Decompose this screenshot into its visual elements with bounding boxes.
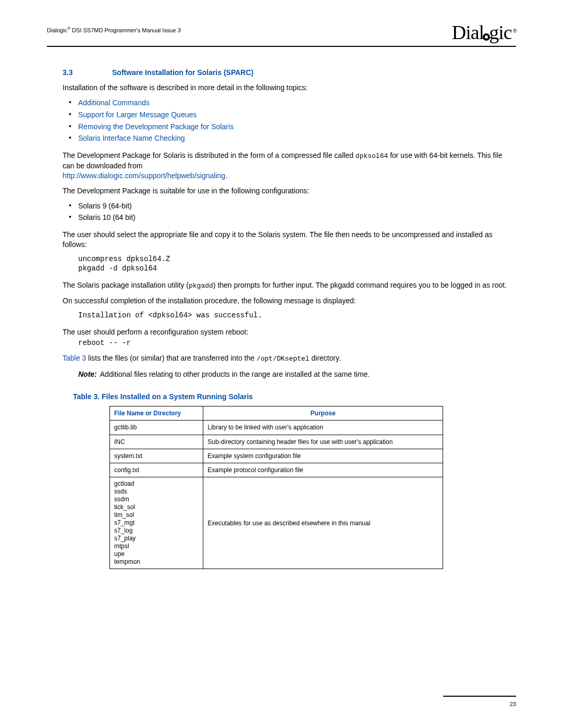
- page-number: 23: [510, 701, 516, 707]
- section-heading: 3.3 Software Installation for Solaris (S…: [63, 68, 511, 78]
- install-code: uncompress dpksol64.Z pkgadd -d dpksol64: [78, 255, 511, 273]
- topic-item: Solaris Interface Name Checking: [63, 133, 511, 143]
- topic-link[interactable]: Additional Commands: [78, 98, 150, 107]
- topics-list: Additional Commands Support for Larger M…: [63, 98, 511, 144]
- table-row: system.txt Example system configuration …: [110, 449, 443, 463]
- text: .: [225, 171, 227, 180]
- success-code: Installation of <dpksol64> was successfu…: [78, 311, 511, 320]
- file-name-cell: config.txt: [110, 463, 203, 477]
- text: directory.: [309, 354, 340, 362]
- section-number: 3.3: [63, 68, 83, 78]
- path: /opt/DKseptel: [256, 355, 309, 363]
- page: Dialogic® DSI SS7MD Programmer's Manual …: [0, 0, 563, 728]
- file-name-cell: gctload ssds ssdm tick_sol tim_sol s7_mg…: [110, 477, 203, 569]
- table-row: gctload ssds ssdm tick_sol tim_sol s7_mg…: [110, 477, 443, 569]
- file-name-cell: gctlib.lib: [110, 421, 203, 435]
- content: 3.3 Software Installation for Solaris (S…: [47, 47, 516, 569]
- download-link[interactable]: http://www.dialogic.com/support/helpweb/…: [63, 171, 225, 180]
- topic-item: Additional Commands: [63, 98, 511, 108]
- topic-item: Support for Larger Message Queues: [63, 110, 511, 120]
- purpose-cell: Library to be linked with user's applica…: [203, 421, 443, 435]
- table-ref-paragraph: Table 3 lists the files (or similar) tha…: [63, 353, 511, 364]
- topic-link[interactable]: Support for Larger Message Queues: [78, 110, 197, 119]
- doc-title-line: Dialogic® DSI SS7MD Programmer's Manual …: [47, 21, 181, 33]
- purpose-cell: Example system configuration file: [203, 449, 443, 463]
- success-paragraph: On successful completion of the installa…: [63, 296, 511, 306]
- select-paragraph: The user should select the appropriate f…: [63, 230, 511, 250]
- purpose-cell: Executables for use as described elsewhe…: [203, 477, 443, 569]
- table-row: config.txt Example protocol configuratio…: [110, 463, 443, 477]
- config-item: Solaris 10 (64 bit): [63, 213, 511, 223]
- topic-item: Removing the Development Package for Sol…: [63, 122, 511, 132]
- pkgadd-paragraph: The Solaris package installation utility…: [63, 280, 511, 291]
- devpkg-paragraph: The Development Package for Solaris is d…: [63, 151, 511, 180]
- page-header: Dialogic® DSI SS7MD Programmer's Manual …: [47, 21, 516, 47]
- command: pkgadd: [189, 282, 213, 290]
- topic-link[interactable]: Removing the Development Package for Sol…: [78, 122, 234, 131]
- dialogic-logo: Dial gic ®: [452, 21, 516, 44]
- text: ) then prompts for further input. The pk…: [213, 281, 507, 289]
- reboot-paragraph: The user should perform a reconfiguratio…: [63, 327, 511, 337]
- topic-link[interactable]: Solaris Interface Name Checking: [78, 134, 185, 142]
- intro-paragraph: Installation of the software is describe…: [63, 83, 511, 93]
- note-text: Additional files relating to other produ…: [100, 369, 370, 379]
- doc-title-prefix: Dialogic: [47, 27, 67, 33]
- purpose-cell: Sub-directory containing header files fo…: [203, 435, 443, 449]
- configs-list: Solaris 9 (64-bit) Solaris 10 (64 bit): [63, 201, 511, 223]
- note: Note: Additional files relating to other…: [78, 369, 511, 379]
- table-header-name: File Name or Directory: [110, 406, 203, 421]
- table-caption: Table 3. Files Installed on a System Run…: [73, 392, 511, 402]
- suitable-paragraph: The Development Package is suitable for …: [63, 186, 511, 196]
- table-header-purpose: Purpose: [203, 406, 443, 421]
- logo-text-right: gic: [489, 21, 511, 44]
- table-link[interactable]: Table 3: [63, 354, 86, 362]
- text: lists the files (or similar) that are tr…: [86, 354, 256, 362]
- purpose-cell: Example protocol configuration file: [203, 463, 443, 477]
- config-item: Solaris 9 (64-bit): [63, 201, 511, 211]
- files-table: File Name or Directory Purpose gctlib.li…: [109, 406, 443, 569]
- note-label: Note:: [78, 369, 97, 379]
- text: The Solaris package installation utility…: [63, 281, 189, 289]
- table-row: gctlib.lib Library to be linked with use…: [110, 421, 443, 435]
- section-title: Software Installation for Solaris (SPARC…: [112, 68, 253, 78]
- file-name-cell: INC: [110, 435, 203, 449]
- table-row: INC Sub-directory containing header file…: [110, 435, 443, 449]
- file-name-cell: system.txt: [110, 449, 203, 463]
- reboot-code: reboot -- -r: [78, 338, 511, 348]
- logo-text-left: Dial: [452, 21, 484, 44]
- table-header-row: File Name or Directory Purpose: [110, 406, 443, 421]
- filename: dpksol64: [356, 152, 388, 160]
- doc-title-suffix: DSI SS7MD Programmer's Manual Issue 3: [70, 27, 181, 33]
- footer-rule: [443, 696, 516, 697]
- text: The Development Package for Solaris is d…: [63, 151, 356, 159]
- logo-registered: ®: [513, 28, 516, 34]
